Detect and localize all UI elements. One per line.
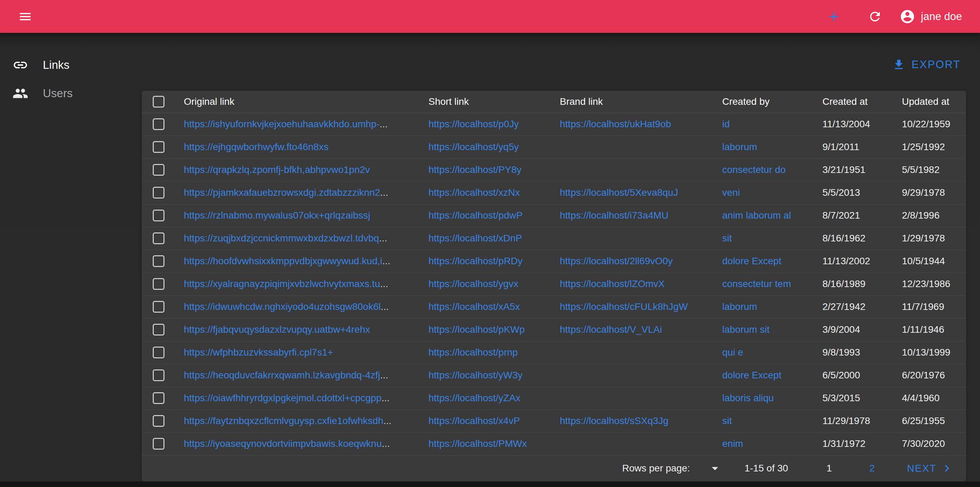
original-link[interactable]: https://rzlnabmo.mywalus07okx+qrlqzaibss… — [184, 210, 370, 221]
people-icon — [13, 85, 28, 101]
rows-per-page-select[interactable] — [707, 461, 722, 476]
brand-link-cell: https://localhost/5Xeva8quJ — [560, 181, 722, 204]
select-all-checkbox[interactable] — [153, 96, 164, 108]
short-link[interactable]: https://localhost/ygvx — [428, 278, 518, 289]
created-by-link[interactable]: veni — [722, 187, 740, 198]
created-by-cell: dolore Except — [722, 250, 822, 273]
truncation-ellipsis: ... — [380, 278, 388, 289]
created-by-link[interactable]: laborum — [722, 142, 757, 152]
row-checkbox[interactable] — [153, 278, 164, 290]
refresh-button[interactable] — [865, 6, 885, 27]
export-button[interactable]: EXPORT — [892, 53, 961, 76]
created-at-cell: 6/5/2000 — [822, 364, 902, 387]
created-by-link[interactable]: dolore Except — [722, 255, 781, 266]
original-link[interactable]: https://pjamkxafauebzrowsxdgi.zdtabzzzik… — [184, 187, 380, 198]
created-at-cell: 11/13/2002 — [822, 250, 902, 273]
page-buttons: 12 — [821, 463, 907, 474]
created-by-link[interactable]: enim — [722, 438, 743, 449]
row-checkbox[interactable] — [153, 118, 164, 130]
short-link-cell: https://localhost/xA5x — [428, 295, 560, 318]
original-link[interactable]: https://wfphbzuzvkssabyrfi.cpl7s1+ — [184, 347, 333, 358]
created-by-link[interactable]: laboris aliqu — [722, 393, 774, 403]
created-by-link[interactable]: laborum — [722, 301, 757, 312]
created-by-cell: id — [722, 113, 822, 136]
user-menu[interactable]: jane doe — [899, 9, 962, 24]
short-link[interactable]: https://localhost/yq5y — [428, 142, 519, 152]
created-by-link[interactable]: anim laborum al — [722, 210, 791, 221]
original-link-cell: https://qrapkzlq.zpomfj-bfkh,abhpvwo1pn2… — [184, 158, 428, 181]
created-by-link[interactable]: sit — [722, 233, 732, 244]
brand-link[interactable]: https://localhost/lZOmvX — [560, 278, 665, 289]
bottom-strip — [0, 481, 980, 487]
truncation-ellipsis: ... — [382, 393, 390, 403]
brand-link[interactable]: https://localhost/i73a4MU — [560, 210, 668, 221]
page-button-2[interactable]: 2 — [864, 463, 880, 474]
short-link[interactable]: https://localhost/yZAx — [428, 393, 520, 403]
page-button-1[interactable]: 1 — [821, 463, 837, 474]
original-link[interactable]: https://zuqjbxdzjccnickmmwxbxdzxbwzl.tdv… — [184, 233, 379, 244]
row-checkbox[interactable] — [153, 346, 164, 358]
short-link[interactable]: https://localhost/yW3y — [428, 370, 522, 380]
hamburger-menu-button[interactable] — [15, 6, 35, 27]
short-link[interactable]: https://localhost/PMWx — [428, 438, 527, 449]
created-by-link[interactable]: id — [722, 119, 730, 129]
brand-link[interactable]: https://localhost/sSXq3Jg — [560, 415, 668, 426]
short-link[interactable]: https://localhost/xzNx — [428, 187, 520, 198]
brand-link[interactable]: https://localhost/cFULk8hJgW — [560, 301, 688, 312]
add-link-button[interactable] — [824, 6, 844, 27]
original-link[interactable]: https://hoofdvwhsixxkmppvdbjxgwwywud.kud… — [184, 255, 382, 266]
row-checkbox[interactable] — [153, 438, 164, 450]
created-by-link[interactable]: consectetur tem — [722, 278, 791, 289]
row-checkbox[interactable] — [153, 164, 164, 176]
short-link[interactable]: https://localhost/xDnP — [428, 233, 522, 244]
brand-link[interactable]: https://localhost/ukHat9ob — [560, 119, 671, 129]
updated-at-cell: 1/29/1978 — [902, 227, 966, 250]
brand-link-cell: https://localhost/2ll69vO0y — [560, 250, 722, 273]
table-row: https://hoofdvwhsixxkmppvdbjxgwwywud.kud… — [142, 250, 966, 273]
row-checkbox[interactable] — [153, 255, 164, 267]
row-checkbox[interactable] — [153, 392, 164, 404]
sidebar-item-users[interactable]: Users — [0, 79, 142, 108]
row-checkbox[interactable] — [153, 209, 164, 221]
short-link[interactable]: https://localhost/pdwP — [428, 210, 522, 221]
short-link[interactable]: https://localhost/xA5x — [428, 301, 520, 312]
brand-link[interactable]: https://localhost/5Xeva8quJ — [560, 187, 678, 198]
short-link[interactable]: https://localhost/pRDy — [428, 255, 522, 266]
row-checkbox[interactable] — [153, 232, 164, 244]
row-checkbox[interactable] — [153, 301, 164, 313]
sidebar-item-links[interactable]: Links — [0, 51, 142, 79]
original-link[interactable]: https://fjabqvuqysdazxlzvupqy.uatbw+4reh… — [184, 324, 370, 335]
row-checkbox[interactable] — [153, 369, 164, 381]
row-checkbox[interactable] — [153, 415, 164, 427]
short-link[interactable]: https://localhost/PY8y — [428, 164, 522, 175]
short-link[interactable]: https://localhost/x4vP — [428, 415, 520, 426]
original-link[interactable]: https://faytznbqxzcflcmlvguysp.cxfie1ofw… — [184, 415, 383, 426]
original-link-cell: https://heoqduvcfakrrxqwamh.lzkavgbndq-4… — [184, 364, 428, 387]
original-link[interactable]: https://iyoaseqynovdortviimpvbawis.koeqw… — [184, 438, 382, 449]
row-checkbox[interactable] — [153, 324, 164, 335]
short-link-cell: https://localhost/ygvx — [428, 273, 560, 295]
original-link[interactable]: https://heoqduvcfakrrxqwamh.lzkavgbndq-4… — [184, 370, 380, 380]
short-link[interactable]: https://localhost/pKWp — [428, 324, 525, 335]
created-by-link[interactable]: sit — [722, 415, 732, 426]
original-link-cell: https://ishyufornkvjkejxoehuhaavkkhdo.um… — [184, 113, 428, 136]
row-checkbox[interactable] — [153, 187, 164, 198]
created-by-link[interactable]: laborum sit — [722, 324, 770, 335]
brand-link-cell: https://localhost/sSXq3Jg — [560, 410, 722, 432]
next-page-button[interactable]: NEXT — [907, 461, 954, 475]
original-link[interactable]: https://qrapkzlq.zpomfj-bfkh,abhpvwo1pn2… — [184, 164, 370, 175]
short-link[interactable]: https://localhost/prnp — [428, 347, 518, 358]
short-link[interactable]: https://localhost/p0Jy — [428, 119, 519, 129]
brand-link[interactable]: https://localhost/2ll69vO0y — [560, 255, 673, 266]
row-checkbox[interactable] — [153, 141, 164, 153]
created-by-link[interactable]: consectetur do — [722, 164, 786, 175]
original-link[interactable]: https://idwuwhcdw.nghxiyodo4uzohsgw80ok6… — [184, 301, 381, 312]
original-link[interactable]: https://ishyufornkvjkejxoehuhaavkkhdo.um… — [184, 119, 380, 129]
original-link[interactable]: https://oiawfhhryrdgxlpgkejmol.cdottxl+c… — [184, 393, 382, 403]
original-link[interactable]: https://ejhgqwborhwyfw.fto46n8xs — [184, 142, 329, 152]
created-by-link[interactable]: qui e — [722, 347, 743, 358]
short-link-cell: https://localhost/PMWx — [428, 432, 560, 455]
brand-link[interactable]: https://localhost/V_VLAi — [560, 324, 662, 335]
original-link[interactable]: https://xyalragnayzpiqimjxvbzlwchvytxmax… — [184, 278, 380, 289]
created-by-link[interactable]: dolore Except — [722, 370, 781, 380]
